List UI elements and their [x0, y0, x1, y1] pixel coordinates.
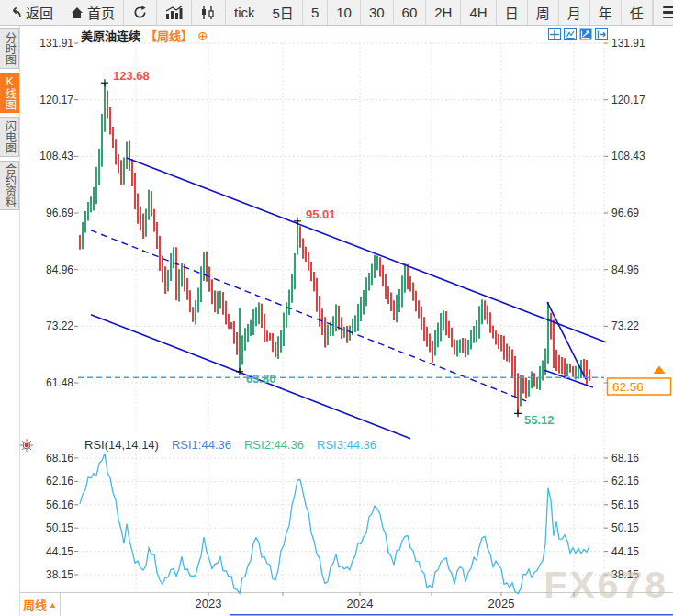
period-button-30[interactable]: 30: [361, 0, 394, 25]
period-button-周[interactable]: 周: [528, 0, 559, 25]
rsi-legend: RSI(14,14,14) RSI1:44.36 RSI2:44.36 RSI3…: [84, 438, 376, 452]
price-and-rsi-chart[interactable]: 131.91131.91120.17120.17108.43108.4396.6…: [20, 26, 673, 616]
rsi1-value: RSI1:44.36: [172, 438, 231, 452]
chart-tool-icons: [548, 28, 608, 44]
svg-text:120.17: 120.17: [39, 94, 73, 106]
chart-type-sidebar: 分时图K线图闪电图合约资料: [0, 26, 20, 616]
top-toolbar: 返回 首页 tick5日51030602H4H日周月年任: [0, 0, 673, 26]
bar-chart-type-button[interactable]: [157, 0, 192, 25]
indicator-settings-icon[interactable]: [20, 439, 33, 455]
svg-text:61.48: 61.48: [46, 376, 73, 389]
period-tag: 【周线】: [145, 27, 193, 44]
sidebar-tab-lightning-chart[interactable]: 闪电图: [0, 117, 19, 157]
back-button-label: 返回: [26, 3, 53, 22]
svg-text:62.16: 62.16: [46, 475, 73, 487]
high-annotation-95.01: 95.01: [306, 207, 336, 221]
svg-text:73.22: 73.22: [611, 319, 639, 332]
svg-text:108.43: 108.43: [39, 150, 73, 162]
home-icon: [71, 6, 84, 19]
high-annotation-123.68: 123.68: [113, 69, 150, 83]
svg-text:131.91: 131.91: [39, 37, 73, 50]
svg-text:38.15: 38.15: [46, 568, 73, 581]
svg-text:38.15: 38.15: [611, 568, 639, 581]
back-arrow-icon: [8, 6, 22, 19]
low-annotation-63.80: 63.80: [246, 372, 276, 386]
exit-fullscreen-icon[interactable]: [595, 28, 608, 44]
svg-text:131.91: 131.91: [611, 37, 645, 50]
x-axis-year-2025: 2025: [481, 597, 522, 610]
time-axis-bar: 周线 ▲ 2023 2024 2025: [20, 592, 673, 616]
add-indicator-icon[interactable]: ⊕: [197, 30, 208, 41]
bar-chart-icon: [165, 6, 183, 20]
svg-text:73.22: 73.22: [46, 319, 73, 332]
period-button-日[interactable]: 日: [497, 0, 528, 25]
svg-text:108.43: 108.43: [611, 150, 645, 162]
auto-scale-tool-icon[interactable]: [564, 28, 577, 44]
period-button-月[interactable]: 月: [559, 0, 590, 25]
svg-text:44.15: 44.15: [611, 545, 639, 558]
instrument-title: 美原油连续: [81, 27, 140, 44]
period-button-10[interactable]: 10: [328, 0, 361, 25]
trendline-mid-channel: [91, 230, 526, 401]
trendline-wedge-upper: [547, 302, 586, 379]
rsi2-value: RSI2:44.36: [244, 438, 304, 452]
x-axis-year-2023: 2023: [188, 597, 229, 610]
svg-text:96.69: 96.69: [46, 207, 73, 219]
home-button[interactable]: 首页: [62, 0, 124, 25]
trendline-lower-channel: [91, 315, 410, 439]
svg-text:44.15: 44.15: [46, 545, 73, 558]
sidebar-tab-kline-chart[interactable]: K线图: [0, 73, 19, 113]
period-button-5[interactable]: 5: [303, 0, 328, 25]
period-button-tick[interactable]: tick: [226, 0, 264, 25]
svg-text:120.17: 120.17: [611, 94, 645, 106]
svg-text:50.15: 50.15: [46, 521, 73, 534]
trendline-upper-channel: [127, 158, 606, 342]
footer-period-label: 周线: [23, 596, 47, 613]
refresh-button[interactable]: [124, 0, 157, 25]
svg-text:50.15: 50.15: [611, 521, 639, 534]
draw-tool-icon[interactable]: [579, 28, 592, 44]
crosshair-tool-icon[interactable]: [548, 28, 561, 44]
period-button-年[interactable]: 年: [590, 0, 622, 25]
chart-header: 美原油连续 【周线】 ⊕: [81, 27, 208, 44]
period-dropdown-arrow-icon: ▲: [49, 600, 57, 610]
candle-chart-type-button[interactable]: [192, 0, 226, 25]
menu-button[interactable]: [653, 0, 673, 25]
svg-text:61.48: 61.48: [611, 376, 639, 389]
svg-text:68.16: 68.16: [46, 452, 73, 465]
svg-text:62.16: 62.16: [611, 475, 639, 487]
trendline-wedge-lower: [544, 370, 593, 387]
rsi-indicator-name: RSI(14,14,14): [84, 438, 159, 452]
svg-text:96.69: 96.69: [611, 207, 639, 219]
period-button-4H[interactable]: 4H: [461, 0, 496, 25]
svg-text:84.96: 84.96: [46, 263, 73, 276]
period-button-60[interactable]: 60: [394, 0, 427, 25]
refresh-icon: [132, 5, 148, 20]
svg-text:56.16: 56.16: [46, 498, 73, 511]
rsi-line: [80, 454, 589, 594]
svg-text:68.16: 68.16: [611, 452, 639, 465]
back-button[interactable]: 返回: [0, 0, 62, 25]
x-axis-year-2024: 2024: [340, 597, 380, 610]
period-button-2H[interactable]: 2H: [426, 0, 461, 25]
current-price-box: [608, 378, 671, 395]
period-selector-cell[interactable]: 周线 ▲: [20, 593, 61, 616]
sidebar-tab-time-chart[interactable]: 分时图: [0, 28, 19, 69]
svg-text:56.16: 56.16: [611, 498, 639, 511]
low-annotation-55.12: 55.12: [524, 413, 555, 427]
candlestick-icon: [200, 6, 217, 20]
current-price-value: 62.56: [612, 380, 644, 394]
sidebar-tab-contract-info[interactable]: 合约资料: [0, 161, 19, 210]
svg-text:84.96: 84.96: [611, 263, 639, 276]
period-button-group: tick5日51030602H4H日周月年任: [226, 0, 653, 25]
home-button-label: 首页: [87, 3, 115, 22]
period-button-5日[interactable]: 5日: [264, 0, 303, 25]
rsi3-value: RSI3:44.36: [317, 438, 376, 452]
price-up-arrow-icon: [654, 366, 666, 375]
period-button-任[interactable]: 任: [622, 0, 653, 25]
